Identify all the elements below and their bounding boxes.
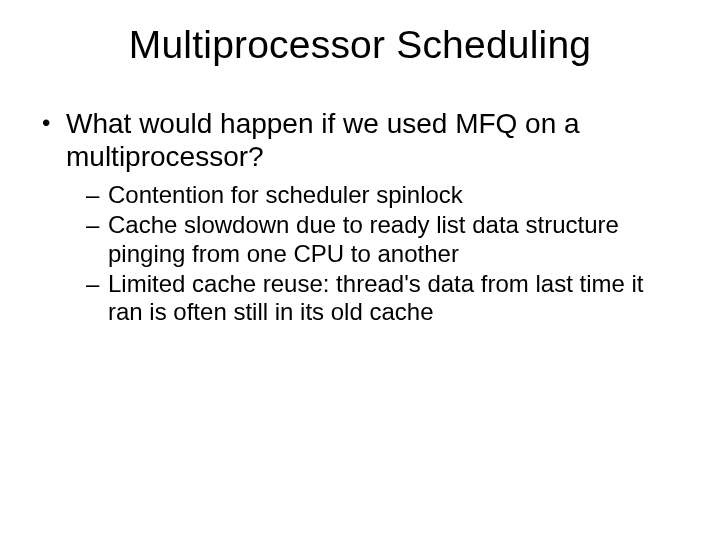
bullet-list-level1: What would happen if we used MFQ on a mu… <box>38 107 682 327</box>
slide-title: Multiprocessor Scheduling <box>38 24 682 67</box>
bullet-text: What would happen if we used MFQ on a mu… <box>66 108 580 172</box>
sub-bullet-text: Limited cache reuse: thread's data from … <box>108 270 644 325</box>
sub-bullet-text: Cache slowdown due to ready list data st… <box>108 211 619 266</box>
slide: Multiprocessor Scheduling What would hap… <box>0 0 720 540</box>
bullet-list-level2: Contention for scheduler spinlock Cache … <box>66 181 682 327</box>
sub-bullet-item: Cache slowdown due to ready list data st… <box>86 211 682 268</box>
sub-bullet-text: Contention for scheduler spinlock <box>108 181 463 208</box>
sub-bullet-item: Contention for scheduler spinlock <box>86 181 682 209</box>
sub-bullet-item: Limited cache reuse: thread's data from … <box>86 270 682 327</box>
bullet-item: What would happen if we used MFQ on a mu… <box>38 107 682 327</box>
